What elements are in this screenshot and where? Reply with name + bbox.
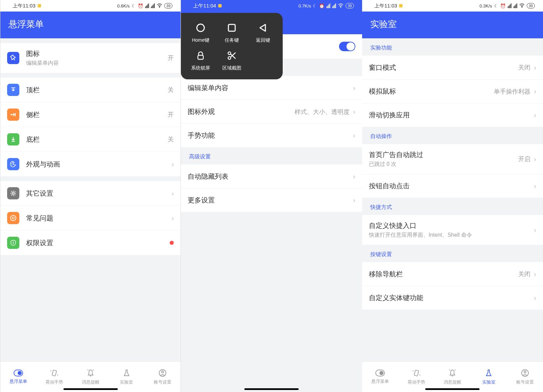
chevron-right-icon: › <box>534 294 536 302</box>
user-icon <box>521 369 529 377</box>
item-top-bar[interactable]: 顶栏 关 <box>0 78 181 102</box>
bell-icon <box>448 369 456 377</box>
recording-indicator-icon <box>38 4 41 7</box>
gesture-handle[interactable] <box>425 388 480 390</box>
circle-icon <box>194 21 207 35</box>
chevron-right-icon: › <box>172 190 174 197</box>
popup-task[interactable]: 任务键 <box>216 18 247 46</box>
item-icon-settings[interactable]: 图标编辑菜单内容 开 <box>0 43 181 73</box>
help-icon <box>7 212 19 224</box>
item-auto-hide[interactable]: 自动隐藏列表 › <box>181 164 362 188</box>
item-permissions[interactable]: 权限设置 <box>0 230 181 255</box>
screen-floating-menu: 上午11:03 0.6K/s ☾ ⏰ 39 悬浮菜单 图标编辑菜单内容 开 顶栏… <box>0 0 181 392</box>
item-title: 首页广告自动跳过 <box>369 150 519 159</box>
nav-label: 实验室 <box>482 379 495 385</box>
item-faq[interactable]: 常见问题 › <box>0 205 181 230</box>
nav-label: 消息提醒 <box>444 379 461 385</box>
recording-indicator-icon <box>218 4 222 7</box>
item-value: 单手操作利器 <box>494 87 530 96</box>
moon-icon: ☾ <box>494 3 498 8</box>
bottom-bar-icon <box>7 133 19 145</box>
item-side-bar[interactable]: 侧栏 开 <box>0 102 181 127</box>
chevron-right-icon: › <box>172 214 174 222</box>
nav-shake[interactable]: 晃动手势 <box>398 362 434 392</box>
content-area: 实验功能 窗口模式 关闭› 模拟鼠标 单手操作利器› 滑动切换应用 › 自动操作… <box>362 38 543 361</box>
popup-screenshot[interactable]: 区域截图 <box>216 46 247 74</box>
status-bar: 上午11:03 0.6K/s ☾ ⏰ 39 <box>0 0 181 12</box>
item-ad-skip[interactable]: 首页广告自动跳过已跳过 0 次 开启› <box>362 144 543 174</box>
item-title: 手势功能 <box>188 131 353 140</box>
svg-point-9 <box>18 371 22 375</box>
item-swipe-app[interactable]: 滑动切换应用 › <box>362 103 543 127</box>
item-custom-key[interactable]: 自定义实体键功能 › <box>362 286 543 310</box>
item-mouse[interactable]: 模拟鼠标 单手操作利器› <box>362 79 543 103</box>
chevron-right-icon: › <box>353 196 355 204</box>
popup-back[interactable]: 返回键 <box>247 18 279 46</box>
nav-lab[interactable]: 实验室 <box>109 362 145 392</box>
floating-popup[interactable]: Home键 任务键 返回键 系统锁屏 区域截图 <box>181 13 283 79</box>
item-title: 侧栏 <box>26 110 168 119</box>
item-title: 图标外观 <box>188 107 295 116</box>
battery-icon: 39 <box>164 3 172 8</box>
item-title: 顶栏 <box>26 85 168 95</box>
gesture-handle[interactable] <box>63 388 118 390</box>
screen-icon-detail: 上午11:04 0.7K/s ☾ ⏰ 39 ← 图标 Home键 任务键 返回键… <box>181 0 362 392</box>
content-area: 图标编辑菜单内容 开 顶栏 关 侧栏 开 底栏 关 外观与动画 › 其它设置 <box>0 38 181 361</box>
chevron-right-icon: › <box>534 64 536 72</box>
square-icon <box>225 21 239 35</box>
top-bar-icon <box>7 84 19 96</box>
item-window-mode[interactable]: 窗口模式 关闭› <box>362 56 543 79</box>
flask-icon <box>485 369 493 377</box>
nav-label: 晃动手势 <box>408 379 425 385</box>
chevron-right-icon: › <box>534 270 536 278</box>
svg-point-0 <box>159 7 160 8</box>
nav-shake[interactable]: 晃动手势 <box>36 362 72 392</box>
item-remove-nav[interactable]: 移除导航栏 关闭› <box>362 262 543 286</box>
nav-label: 账号设置 <box>154 379 171 385</box>
popup-lock[interactable]: 系统锁屏 <box>185 46 216 74</box>
battery-icon: 39 <box>345 3 354 8</box>
item-title: 滑动切换应用 <box>369 111 534 120</box>
nav-notify[interactable]: 消息提醒 <box>73 362 109 392</box>
item-value: 关闭 <box>518 270 530 278</box>
chevron-right-icon: › <box>172 160 174 168</box>
item-edit-content[interactable]: 编辑菜单内容 › <box>181 76 362 100</box>
popup-label: 任务键 <box>225 37 239 43</box>
svg-point-13 <box>340 7 341 8</box>
shake-icon <box>50 369 58 377</box>
item-btn-click[interactable]: 按钮自动点击 › <box>362 174 543 198</box>
item-other-settings[interactable]: 其它设置 › <box>0 181 181 205</box>
shake-icon <box>412 369 420 377</box>
item-more[interactable]: 更多设置 › <box>181 188 362 212</box>
item-title: 权限设置 <box>26 238 170 248</box>
page-title: 实验室 <box>362 12 543 38</box>
signal-icon-2 <box>332 3 336 8</box>
nav-floating-menu[interactable]: 悬浮菜单 <box>0 362 36 392</box>
nav-lab[interactable]: 实验室 <box>471 362 507 392</box>
alarm-icon: ⏰ <box>319 3 324 8</box>
chevron-right-icon: › <box>353 84 355 92</box>
toggle-switch[interactable] <box>339 42 355 51</box>
toggle-icon <box>14 370 23 376</box>
svg-rect-16 <box>198 55 203 59</box>
network-speed: 0.3K/s <box>480 3 492 8</box>
wifi-icon <box>157 3 162 8</box>
item-title: 底栏 <box>26 135 168 144</box>
gesture-handle[interactable] <box>244 388 299 390</box>
item-gesture[interactable]: 手势功能 › <box>181 123 362 147</box>
item-bottom-bar[interactable]: 底栏 关 <box>0 127 181 152</box>
status-bar: 上午11:03 0.3K/s ☾ ⏰ 39 <box>362 0 543 12</box>
nav-account[interactable]: 账号设置 <box>145 362 181 392</box>
status-time: 上午11:04 <box>193 3 216 9</box>
item-custom-entry[interactable]: 自定义快捷入口快速打开任意应用界面、Intent、Shell 命令 › <box>362 215 543 245</box>
chevron-right-icon: › <box>534 87 536 95</box>
item-appearance[interactable]: 图标外观 样式、大小、透明度› <box>181 100 362 123</box>
nav-floating-menu[interactable]: 悬浮菜单 <box>362 362 398 392</box>
item-title: 其它设置 <box>26 189 172 198</box>
scissors-icon <box>225 49 239 62</box>
item-appearance[interactable]: 外观与动画 › <box>0 152 181 176</box>
nav-account[interactable]: 账号设置 <box>507 362 543 392</box>
popup-home[interactable]: Home键 <box>185 18 216 46</box>
popup-label: 返回键 <box>256 37 270 43</box>
nav-notify[interactable]: 消息提醒 <box>434 362 471 392</box>
